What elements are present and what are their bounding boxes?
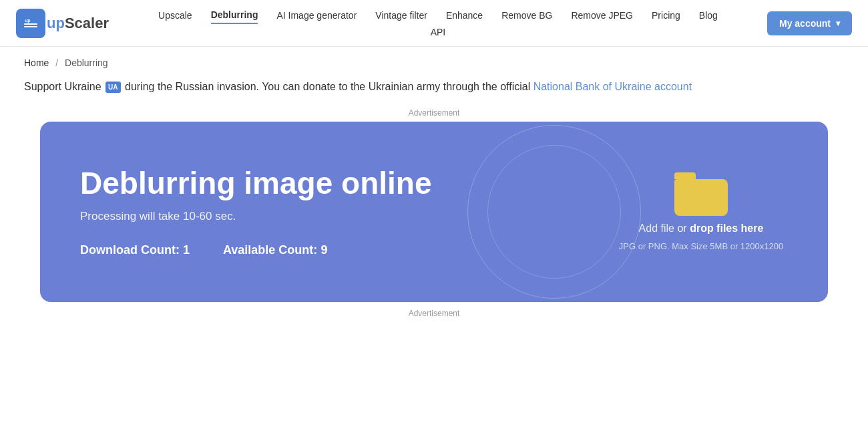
ua-badge: UA: [105, 82, 120, 93]
nav-deblurring[interactable]: Deblurring: [211, 7, 258, 24]
nav-area: Upscale Deblurring AI Image generator Vi…: [158, 7, 718, 40]
logo-text: upScaler: [47, 15, 109, 32]
nav-remove-bg[interactable]: Remove BG: [501, 7, 552, 23]
upload-area[interactable]: Add file or drop files here JPG or PNG. …: [614, 172, 788, 251]
nav-pricing[interactable]: Pricing: [652, 7, 680, 23]
drop-files-label: drop files here: [690, 223, 763, 234]
breadcrumb-current: Deblurring: [65, 57, 108, 68]
upload-card: Deblurring image online Processing will …: [40, 122, 828, 302]
nav-upscale[interactable]: Upscale: [158, 7, 192, 23]
upload-or-text: or: [677, 223, 686, 234]
logo-icon: up: [16, 9, 45, 38]
deco-circle-inner: [487, 145, 621, 279]
upload-hint: JPG or PNG. Max Size 5MB or 1200x1200: [619, 241, 783, 251]
card-title: Deblurring image online: [80, 166, 432, 200]
nav-bottom: API: [431, 24, 446, 40]
folder-icon: [674, 172, 728, 216]
nav-enhance[interactable]: Enhance: [446, 7, 483, 23]
nav-ai-image-generator[interactable]: AI Image generator: [276, 7, 357, 23]
svg-text:up: up: [25, 18, 31, 23]
upload-prompt: Add file or drop files here: [639, 223, 764, 235]
breadcrumb-separator: /: [55, 57, 58, 68]
ukraine-banner: Support Ukraine UA during the Russian in…: [8, 74, 860, 106]
svg-rect-3: [24, 26, 37, 27]
ukraine-text-middle: during the Russian invasion. You can don…: [125, 81, 530, 92]
ukraine-link[interactable]: National Bank of Ukraine account: [533, 81, 692, 92]
card-subtitle: Processing will take 10-60 sec.: [80, 210, 432, 223]
card-left: Deblurring image online Processing will …: [80, 166, 432, 257]
chevron-down-icon: ▾: [836, 19, 840, 28]
nav-remove-jpeg[interactable]: Remove JPEG: [571, 7, 633, 23]
header: up upScaler Upscale Deblurring AI Image …: [0, 0, 868, 47]
nav-top: Upscale Deblurring AI Image generator Vi…: [158, 7, 718, 24]
available-count: Available Count: 9: [223, 243, 327, 257]
svg-rect-2: [24, 23, 37, 25]
folder-tab: [674, 172, 696, 179]
folder-body: [674, 179, 728, 216]
add-file-label: Add file: [639, 223, 674, 234]
nav-blog[interactable]: Blog: [699, 7, 718, 23]
download-count: Download Count: 1: [80, 243, 190, 257]
nav-api[interactable]: API: [431, 24, 446, 40]
card-counts: Download Count: 1 Available Count: 9: [80, 243, 432, 257]
ad-label-top: Advertisement: [8, 106, 860, 122]
breadcrumb: Home / Deblurring: [8, 47, 860, 74]
nav-vintage-filter[interactable]: Vintage filter: [375, 7, 427, 23]
my-account-button[interactable]: My account ▾: [767, 11, 852, 35]
breadcrumb-home[interactable]: Home: [24, 57, 49, 68]
ad-label-bottom: Advertisement: [8, 302, 860, 322]
logo[interactable]: up upScaler: [16, 9, 109, 38]
ukraine-text-before: Support Ukraine: [24, 81, 101, 92]
